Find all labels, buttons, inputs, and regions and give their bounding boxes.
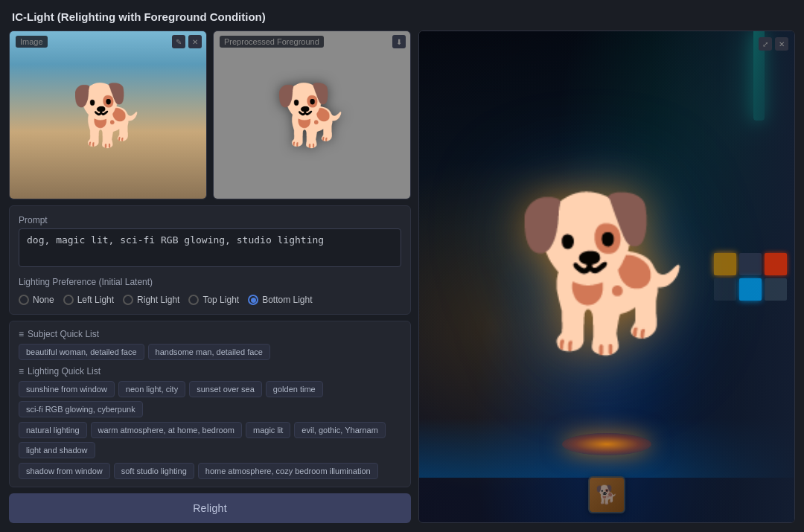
radio-bottom[interactable]: Bottom Light — [248, 295, 312, 305]
radio-label-none: None — [33, 295, 54, 305]
image-content — [10, 31, 206, 199]
subject-tag-0[interactable]: beautiful woman, detailed face — [19, 344, 144, 360]
lighting-tag-lightandshadow[interactable]: light and shadow — [19, 442, 95, 458]
lighting-radio-group: None Left Light Right Light Top Light — [19, 295, 401, 305]
lighting-list-icon: ≡ — [19, 366, 24, 376]
lighting-preference: Lighting Preference (Initial Latent) Non… — [19, 277, 401, 305]
radio-circle-left — [63, 295, 74, 305]
lighting-quick-list: ≡ Lighting Quick List sunshine from wind… — [19, 366, 401, 479]
preprocessed-panel-label: Preprocessed Foreground — [220, 36, 324, 48]
radio-circle-right — [123, 295, 133, 305]
radio-right[interactable]: Right Light — [123, 295, 179, 305]
image-panel-label: Image — [16, 36, 48, 48]
equip-4 — [714, 278, 736, 301]
subject-quick-list: ≡ Subject Quick List beautiful woman, de… — [19, 329, 401, 360]
result-expand-button[interactable]: ⤢ — [759, 37, 772, 51]
equipment-grid — [714, 253, 787, 301]
quick-lists-section: ≡ Subject Quick List beautiful woman, de… — [9, 321, 411, 487]
radio-circle-bottom — [248, 295, 258, 305]
result-image: 🐕 — [419, 31, 794, 522]
lighting-tag-sunshine[interactable]: sunshine from window — [19, 381, 115, 397]
subject-list-label: Subject Quick List — [28, 329, 99, 339]
lighting-pref-label: Lighting Preference (Initial Latent) — [19, 277, 401, 287]
radio-label-right: Right Light — [137, 295, 179, 305]
controls-section: Prompt Lighting Preference (Initial Late… — [9, 205, 411, 315]
preprocessed-content — [214, 31, 410, 199]
lighting-tag-warm[interactable]: warm atmosphere, at home, bedroom — [91, 422, 242, 438]
radio-circle-none — [19, 295, 29, 305]
image-close-button[interactable]: ✕ — [188, 35, 202, 48]
result-panel: ⤢ ✕ 🐕 🐕 — [418, 31, 795, 523]
result-dog: 🐕 — [514, 186, 700, 361]
prompt-label: Prompt — [19, 215, 401, 225]
radio-label-bottom: Bottom Light — [262, 295, 312, 305]
lighting-tag-softstudio[interactable]: soft studio lighting — [114, 463, 194, 479]
lighting-tags-row3: shadow from window soft studio lighting … — [19, 463, 401, 479]
result-panel-controls: ⤢ ✕ — [759, 37, 788, 51]
result-close-button[interactable]: ✕ — [775, 37, 788, 51]
radio-circle-top — [188, 295, 199, 305]
subject-tags: beautiful woman, detailed face handsome … — [19, 344, 401, 360]
radio-left[interactable]: Left Light — [63, 295, 114, 305]
equip-3 — [765, 253, 787, 275]
radio-none[interactable]: None — [19, 295, 54, 305]
preprocessed-panel: Preprocessed Foreground ⬇ — [213, 31, 411, 199]
lighting-tag-neon[interactable]: neon light, city — [118, 381, 185, 397]
lighting-tag-magic[interactable]: magic lit — [246, 422, 290, 438]
equip-5 — [739, 278, 762, 301]
preprocessed-download-button[interactable]: ⬇ — [392, 35, 406, 48]
equip-1 — [714, 253, 736, 275]
lighting-tags-row1: sunshine from window neon light, city su… — [19, 381, 401, 417]
radio-top[interactable]: Top Light — [188, 295, 239, 305]
lighting-tag-golden[interactable]: golden time — [266, 381, 323, 397]
radio-label-left: Left Light — [77, 295, 114, 305]
lighting-list-label: Lighting Quick List — [28, 366, 100, 376]
subject-tag-1[interactable]: handsome man, detailed face — [148, 344, 270, 360]
preprocessed-image — [214, 31, 410, 199]
relight-button[interactable]: Relight — [9, 493, 411, 523]
image-edit-button[interactable]: ✎ — [172, 35, 185, 48]
lighting-tag-sunset[interactable]: sunset over sea — [189, 381, 262, 397]
image-panel: Image ✎ ✕ — [9, 31, 207, 199]
equip-6 — [765, 278, 787, 301]
fire-glow — [562, 433, 651, 455]
lighting-list-header: ≡ Lighting Quick List — [19, 366, 401, 376]
source-image — [10, 31, 206, 199]
lighting-tag-shadow[interactable]: shadow from window — [19, 463, 110, 479]
lighting-tag-scifi[interactable]: sci-fi RGB glowing, cyberpunk — [19, 401, 143, 417]
radio-label-top: Top Light — [202, 295, 239, 305]
subject-list-icon: ≡ — [19, 329, 24, 339]
lighting-tag-natural[interactable]: natural lighting — [19, 422, 87, 438]
subject-list-header: ≡ Subject Quick List — [19, 329, 401, 339]
lighting-tags-row2: natural lighting warm atmosphere, at hom… — [19, 422, 401, 458]
lighting-tag-evil[interactable]: evil, gothic, Yharnam — [294, 422, 386, 438]
app-title: IC-Light (Relighting with Foreground Con… — [12, 10, 266, 23]
equip-2 — [739, 253, 762, 275]
prompt-section: Prompt — [19, 215, 401, 269]
prompt-input[interactable] — [19, 228, 401, 267]
lighting-tag-homecozy[interactable]: home atmosphere, cozy bedroom illuminati… — [198, 463, 378, 479]
